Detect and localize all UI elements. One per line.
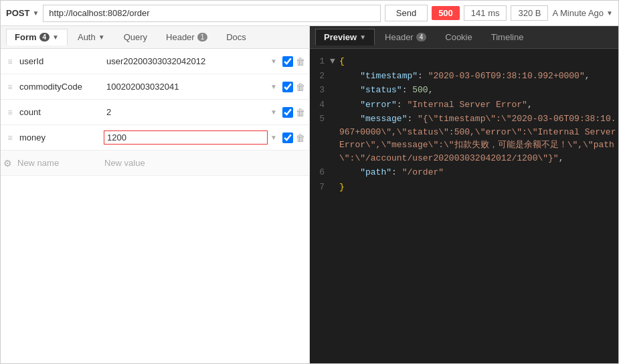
line-content: "status": 500, — [339, 84, 618, 97]
field-dropdown-icon[interactable]: ▼ — [270, 83, 280, 90]
tab-response-header[interactable]: Header 4 — [376, 29, 435, 46]
field-name-userid: userId — [17, 56, 104, 66]
right-panel: Preview ▼ Header 4 Cookie Timeline 1 — [310, 26, 618, 363]
field-dropdown-icon[interactable]: ▼ — [270, 108, 280, 116]
tab-header[interactable]: Header 1 — [157, 29, 216, 46]
left-panel: Form 4 ▼ Auth ▼ Query Header 1 Docs — [1, 26, 310, 363]
collapse-icon[interactable]: ▼ — [330, 55, 339, 68]
json-line-3: 3 "status": 500, — [310, 83, 618, 98]
field-name-money: money — [17, 132, 104, 143]
line-num: 5 — [310, 112, 330, 126]
time-badge: 141 ms — [464, 5, 507, 21]
line-num: 6 — [310, 166, 330, 179]
line-num: 3 — [310, 84, 330, 97]
json-line-5: 5 "message": "{\"timestamp\":\"2020-03-0… — [310, 112, 618, 165]
json-line-1: 1 ▼ { — [310, 54, 618, 69]
main-content: Form 4 ▼ Auth ▼ Query Header 1 Docs — [1, 26, 618, 363]
field-delete-icon[interactable]: 🗑 — [296, 107, 306, 118]
gear-icon: ⚙ — [3, 158, 12, 169]
field-value-commoditycode: 100202003032041 — [104, 82, 268, 92]
json-line-7: 7 } — [310, 180, 618, 195]
field-value-container: 2 ▼ 🗑 — [104, 107, 306, 118]
tab-timeline[interactable]: Timeline — [482, 29, 533, 46]
table-row: ≡ userId user20200303032042012 ▼ 🗑 — [1, 49, 309, 74]
line-num: 1 — [310, 55, 330, 68]
line-num: 4 — [310, 98, 330, 112]
line-num: 2 — [310, 70, 330, 83]
method-select[interactable]: POST ▼ — [6, 8, 39, 18]
table-row: ≡ money 1200 ▼ 🗑 — [1, 125, 309, 151]
field-checkbox-count[interactable] — [282, 107, 293, 118]
method-label: POST — [6, 8, 29, 18]
url-input[interactable] — [43, 5, 380, 22]
json-view: 1 ▼ { 2 "timestamp": "2020-03-06T09:38:1… — [310, 49, 618, 363]
field-checkbox-userid[interactable] — [282, 56, 293, 67]
right-tab-bar: Preview ▼ Header 4 Cookie Timeline — [310, 26, 618, 49]
field-name-commoditycode: commodityCode — [17, 82, 104, 92]
field-checkbox-commoditycode[interactable] — [282, 82, 293, 92]
new-name-placeholder: New name — [15, 158, 102, 168]
field-value-container: 1200 ▼ 🗑 — [104, 130, 306, 145]
top-bar: POST ▼ Send 500 141 ms 320 B A Minute Ag… — [1, 1, 618, 26]
line-content: "message": "{\"timestamp\":\"2020-03-06T… — [339, 112, 618, 165]
tab-query[interactable]: Query — [115, 29, 156, 46]
size-badge: 320 B — [511, 5, 548, 21]
line-content: "error": "Internal Server Error", — [339, 98, 618, 112]
left-tab-bar: Form 4 ▼ Auth ▼ Query Header 1 Docs — [1, 26, 309, 49]
field-value-container: 100202003032041 ▼ 🗑 — [104, 82, 306, 92]
field-delete-icon[interactable]: 🗑 — [296, 82, 306, 92]
new-form-row: ⚙ New name New value — [1, 151, 309, 176]
auth-chevron-icon: ▼ — [98, 33, 105, 41]
drag-handle-icon[interactable]: ≡ — [3, 133, 17, 143]
line-content: "path": "/order" — [339, 166, 618, 179]
line-num: 7 — [310, 181, 330, 194]
timestamp-label: A Minute Ago ▼ — [552, 8, 613, 18]
json-line-4: 4 "error": "Internal Server Error", — [310, 98, 618, 112]
field-value-money: 1200 — [104, 130, 268, 145]
drag-handle-icon[interactable]: ≡ — [3, 57, 17, 66]
field-value-container: user20200303032042012 ▼ 🗑 — [104, 56, 306, 67]
form-chevron-icon: ▼ — [52, 33, 59, 41]
field-value-userid: user20200303032042012 — [104, 56, 268, 66]
table-row: ≡ count 2 ▼ 🗑 — [1, 100, 309, 125]
field-dropdown-icon[interactable]: ▼ — [270, 134, 280, 141]
status-badge: 500 — [432, 6, 460, 20]
tab-docs[interactable]: Docs — [217, 29, 255, 46]
timestamp-chevron-icon: ▼ — [606, 9, 613, 17]
method-chevron-icon: ▼ — [32, 9, 39, 17]
line-content: } — [339, 181, 618, 194]
drag-handle-icon[interactable]: ≡ — [3, 108, 17, 117]
preview-chevron-icon: ▼ — [359, 33, 366, 41]
tab-preview[interactable]: Preview ▼ — [315, 29, 375, 46]
send-button[interactable]: Send — [385, 5, 428, 21]
field-delete-icon[interactable]: 🗑 — [296, 132, 306, 143]
new-value-placeholder: New value — [102, 158, 306, 168]
field-dropdown-icon[interactable]: ▼ — [270, 58, 280, 65]
tab-form[interactable]: Form 4 ▼ — [6, 29, 68, 46]
field-delete-icon[interactable]: 🗑 — [296, 56, 306, 67]
tab-cookie[interactable]: Cookie — [436, 29, 480, 46]
field-checkbox-money[interactable] — [282, 132, 293, 143]
form-table: ≡ userId user20200303032042012 ▼ 🗑 ≡ c — [1, 49, 309, 363]
json-line-6: 6 "path": "/order" — [310, 165, 618, 180]
field-name-count: count — [17, 107, 104, 117]
line-content: "timestamp": "2020-03-06T09:38:10.992+00… — [339, 70, 618, 83]
tab-auth[interactable]: Auth ▼ — [69, 29, 114, 46]
drag-handle-icon[interactable]: ≡ — [3, 82, 17, 92]
field-value-count: 2 — [104, 107, 268, 117]
app-container: POST ▼ Send 500 141 ms 320 B A Minute Ag… — [0, 0, 619, 364]
table-row: ≡ commodityCode 100202003032041 ▼ 🗑 — [1, 74, 309, 100]
json-line-2: 2 "timestamp": "2020-03-06T09:38:10.992+… — [310, 69, 618, 84]
line-content: { — [339, 55, 618, 68]
